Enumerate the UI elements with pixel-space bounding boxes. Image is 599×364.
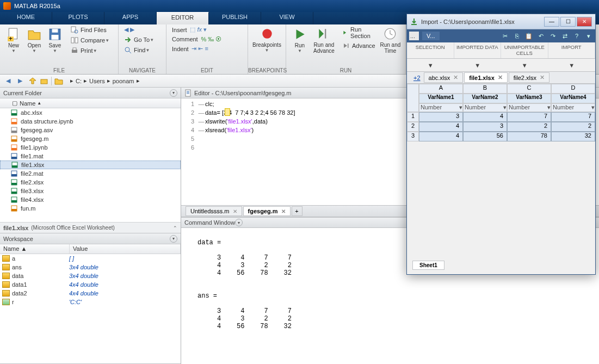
editor-tab-untitled[interactable]: Untitledssss.m✕ [186,206,242,216]
nav-browse-icon[interactable] [39,76,49,86]
comment-button[interactable]: Comment % ‰ ⦿ [170,35,244,43]
tab-plots[interactable]: PLOTS [52,12,104,24]
workspace-row[interactable]: data24x4 double [0,289,181,298]
nav-up-icon[interactable] [27,76,37,86]
panel-menu-icon[interactable]: ▾ [170,235,177,243]
file-column-header[interactable]: ▢Name▲ [0,98,181,108]
find-button[interactable]: Find ▼ [122,46,163,54]
app-title: MATLAB R2015a [14,3,60,9]
file-row[interactable]: file4.xlsx [0,195,181,204]
ws-col-name[interactable]: Name ▲ [0,244,70,254]
imp-tab-variable[interactable]: V... [422,32,440,40]
close-button[interactable]: ✕ [577,17,592,27]
workspace-row[interactable]: a[ ] [0,254,181,263]
import-data-row[interactable]: 13477 [407,112,595,122]
indent-button[interactable]: Indent ⇥ ⇤ ≡ [170,45,244,53]
imp-drop[interactable]: ▼ [454,59,502,71]
workspace-row[interactable]: data3x4 double [0,272,181,280]
file-row[interactable]: fun.m [0,204,181,213]
compare-button[interactable]: Compare ▼ [69,36,112,45]
imp-drop[interactable]: ▼ [548,59,596,71]
matlab-title-bar: MATLAB R2015a [0,0,599,12]
switch-icon[interactable]: ⇄ [560,32,569,40]
editor-tab-fgesgeg[interactable]: fgesgeg.m✕ [243,206,291,216]
redo-icon[interactable]: ↷ [548,32,557,40]
add-tab-button[interactable]: + [292,206,302,216]
file-row[interactable]: fgesgeg.asv [0,126,181,134]
insert-button[interactable]: Insert ⬚ fx ▾ [170,26,244,34]
workspace-row[interactable]: data14x4 double [0,280,181,289]
file-row[interactable]: file2.mat [0,169,181,178]
tab-home[interactable]: HOME [0,12,52,24]
new-button[interactable]: +New▼ [3,26,24,55]
panel-menu-icon[interactable]: ▾ [235,219,243,226]
svg-rect-35 [11,183,17,185]
panel-menu-icon[interactable]: ▾ [170,89,177,97]
close-tab-icon[interactable]: ✕ [281,208,286,214]
file-row[interactable]: file1.mat [0,152,181,161]
goto-button[interactable]: Go To ▼ [122,35,163,44]
file-row[interactable]: data structure.ipynb [0,117,181,126]
svg-rect-9 [75,38,78,43]
workspace-row[interactable]: r'C:C' [0,298,181,306]
imp-drop[interactable]: ▼ [501,59,548,71]
cut-icon[interactable]: ✂ [501,32,509,40]
svg-rect-5 [52,35,59,40]
imp-tab-abc[interactable]: abc.xlsx✕ [424,72,464,83]
imp-drop[interactable]: ▼ [407,59,454,71]
import-title-bar[interactable]: Import - C:\Users\poonam\file1.xlsx — ☐ … [407,14,595,29]
tab-publish[interactable]: PUBLISH [209,12,261,24]
run-time-button[interactable]: Run and Time [379,26,402,55]
svg-rect-37 [11,192,17,194]
run-section-button[interactable]: Run Section [340,26,379,40]
file-group-label: FILE [0,67,118,73]
sheet-tab[interactable]: Sheet1 [412,261,444,270]
svg-rect-15 [348,44,349,48]
nav-back-fwd[interactable]: ◀ ▶ [122,26,163,34]
undo-icon[interactable]: ↶ [536,32,545,40]
file-row[interactable]: file1.xlsx [0,161,181,169]
imp-tab-file1[interactable]: file1.xlsx✕ [464,72,507,83]
minimize-button[interactable]: — [544,17,559,27]
ws-col-value[interactable]: Value [70,244,181,254]
tab-editor[interactable]: EDITOR [157,12,209,24]
open-button[interactable]: Open▼ [24,26,45,55]
imp-tab-prev[interactable]: ... [409,32,419,40]
find-files-button[interactable]: Find Files [69,26,112,34]
file-row[interactable]: file3.xlsx [0,187,181,195]
nav-fwd-icon[interactable]: ▶ [15,76,25,86]
imp-tab-file2[interactable]: file2.xlsx✕ [509,72,549,83]
file-row[interactable]: abc.xlsx [0,108,181,117]
file-row[interactable]: fgesgeg.m [0,134,181,143]
run-advance-button[interactable]: Run and Advance [310,26,338,55]
import-spreadsheet[interactable]: ABCD VarName1VarName2VarName3VarName4 Nu… [407,84,595,141]
breakpoints-button[interactable]: Breakpoints▼ [251,26,282,54]
workspace-row[interactable]: ans3x4 double [0,263,181,272]
imp-plus2[interactable]: +2 [410,75,424,81]
print-button[interactable]: Print ▼ [69,46,112,55]
run-button[interactable]: Run▼ [289,26,310,55]
current-folder-header: Current Folder▾ [0,88,181,98]
breadcrumb[interactable]: ▸C: ▸Users ▸poonam ▸ [68,77,142,84]
advance-button[interactable]: Advance [340,41,379,50]
tab-apps[interactable]: APPS [104,12,157,24]
close-tab-icon[interactable]: ✕ [233,208,237,214]
svg-rect-4 [52,29,58,33]
folder-icon[interactable] [54,76,64,86]
tab-view[interactable]: VIEW [261,12,313,24]
svg-rect-19 [11,113,17,115]
import-data-row[interactable]: 24322 [407,122,595,132]
svg-text:+: + [9,35,13,41]
dropdown-icon[interactable]: ▾ [584,32,593,40]
save-button[interactable]: Save▼ [45,26,65,55]
file-row[interactable]: file1.ipynb [0,143,181,152]
help-icon[interactable]: ? [572,32,581,40]
svg-rect-8 [71,38,74,43]
import-data-row[interactable]: 34567832 [407,132,595,141]
maximize-button[interactable]: ☐ [560,17,576,27]
nav-back-icon[interactable]: ◀ [3,76,13,86]
svg-rect-23 [11,131,17,133]
paste-icon[interactable]: 📋 [524,32,533,40]
copy-icon[interactable]: ⎘ [512,32,521,40]
file-row[interactable]: file2.xlsx [0,178,181,187]
